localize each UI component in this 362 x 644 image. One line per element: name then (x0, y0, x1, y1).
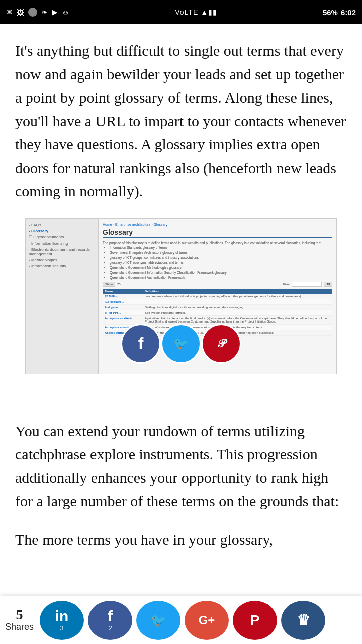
facebook-icon: f (108, 609, 113, 622)
glossary-image: - FAQs - Glossary ☐ Qgea\documents - Inf… (25, 218, 337, 374)
sidebar-faqs: - FAQs (29, 223, 95, 227)
all-button[interactable]: All (324, 282, 332, 287)
sidebar-glossary: - Glossary (29, 229, 95, 233)
circle-icon (28, 8, 37, 17)
sidebar-methodologies: - Methodologies (29, 258, 95, 262)
filter-input[interactable] (292, 282, 322, 287)
twitter-button[interactable]: 🐦 (136, 601, 180, 622)
clock: 6:02 (341, 8, 356, 17)
sidebar-edm: - Electronic document and records manage… (29, 247, 95, 256)
network-indicator: VoLTE ▲▮▮ (175, 8, 217, 16)
glossary-breadcrumb: Home › Enterprise architecture › Glossar… (103, 223, 332, 226)
status-bar: ✉ 🖼 ❧ ▶ ☺ VoLTE ▲▮▮ 56% 6:02 (0, 0, 362, 24)
battery-level: 56% (323, 8, 338, 17)
table-row: ICT procure... (103, 299, 332, 305)
status-icons: ✉ 🖼 ❧ ▶ ☺ (6, 8, 69, 17)
shares-number: 5 (16, 608, 23, 622)
linkedin-button[interactable]: in 3 (40, 601, 84, 622)
smiley-icon: ☺ (62, 8, 69, 17)
play-icon: ▶ (52, 8, 58, 17)
table-row: 3P or PPF... See Project Program Portfol… (103, 310, 332, 316)
facebook-button[interactable]: f 2 (88, 601, 132, 622)
sidebar-licensing: - Information licensing (29, 241, 95, 246)
overlay-twitter-icon: 🐦 (161, 324, 201, 364)
googleplus-icon: G+ (199, 614, 215, 622)
glossary-description: The purpose of this glossary is to defin… (103, 240, 332, 280)
overlay-facebook-icon: f (121, 324, 161, 364)
col-definition: Definition (143, 289, 332, 294)
shares-count-container: 5 Shares (5, 608, 34, 622)
glossary-sidebar: - FAQs - Glossary ☐ Qgea\documents - Inf… (26, 219, 99, 374)
show-button[interactable]: Show (103, 282, 115, 287)
col-terms: Terms (103, 289, 143, 294)
sidebar-qgea: ☐ Qgea\documents (29, 235, 95, 239)
pinterest-button[interactable]: P (233, 601, 277, 622)
overlay-pinterest-icon: 𝒫 (201, 324, 241, 364)
mail-icon: ✉ (6, 8, 13, 17)
article-content: It's anything but difficult to single ou… (0, 24, 362, 203)
glossary-filter-row: Show 25 Filter All (103, 282, 332, 287)
social-overlay: f 🐦 𝒫 (121, 324, 241, 364)
glossary-title: Glossary (103, 228, 332, 238)
twitter-icon: 🐦 (150, 614, 166, 622)
bars-icon: ❧ (41, 8, 48, 17)
king-icon: ♛ (297, 613, 310, 622)
king-button[interactable]: ♛ (281, 601, 325, 622)
pinterest-icon: P (250, 613, 260, 622)
linkedin-icon: in (55, 609, 69, 622)
googleplus-button[interactable]: G+ (185, 601, 229, 622)
article-bottom: You can extend your rundown of terms uti… (0, 405, 362, 622)
table-row: 2nd gene... Settling directions digital … (103, 305, 332, 310)
image-icon: 🖼 (17, 8, 24, 17)
article-paragraph-1: It's anything but difficult to single ou… (15, 39, 347, 203)
status-right: 56% 6:02 (323, 8, 356, 17)
table-row: $2 Million... procurements where the tot… (103, 294, 332, 299)
article-paragraph-2: You can extend your rundown of terms uti… (15, 420, 347, 513)
share-bar: 5 Shares in 3 f 2 🐦 G+ P ♛ (0, 596, 362, 622)
sidebar-security: - Information security (29, 264, 95, 268)
article-paragraph-3: The more terms you have in your glossary… (15, 528, 347, 552)
